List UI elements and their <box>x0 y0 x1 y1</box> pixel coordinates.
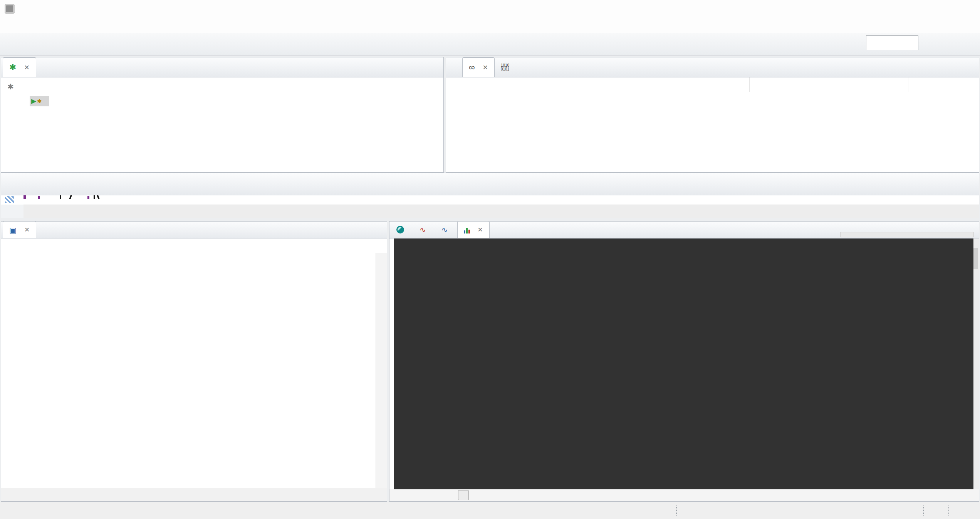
console-hscrollbar[interactable] <box>1 488 387 501</box>
debug-tree-item-project[interactable]: ✱ <box>4 82 17 91</box>
close-icon[interactable]: ✕ <box>483 64 488 72</box>
tab-expressions[interactable]: ∞ ✕ <box>462 57 495 77</box>
close-icon[interactable]: ✕ <box>24 226 30 234</box>
expressions-header-row <box>446 77 979 92</box>
statusbar-handle <box>923 506 925 516</box>
title-bar <box>0 0 980 18</box>
current-chart-icon: ∿ <box>441 225 448 234</box>
column-header-type[interactable] <box>597 77 749 92</box>
close-icon[interactable]: ✕ <box>478 226 483 234</box>
code-fragment <box>60 195 61 199</box>
tab-console[interactable]: ▣ ✕ <box>3 221 36 238</box>
statusbar-handle <box>676 506 678 516</box>
tab-variables[interactable] <box>447 57 462 77</box>
statusbar-handle <box>948 506 951 516</box>
chart-footer <box>389 489 979 501</box>
menu-bar <box>0 18 980 33</box>
console-vscrollbar[interactable] <box>376 253 387 488</box>
debug-tree-item-core[interactable]: ▶ ✱ <box>30 96 49 106</box>
energy-chart-icon: ∿ <box>420 225 426 234</box>
app-logo-icon <box>5 4 15 14</box>
tab-debug[interactable]: ✱ ✕ <box>3 57 36 77</box>
column-header-address[interactable] <box>908 77 979 92</box>
project-icon: ✱ <box>7 82 14 91</box>
energytrace-panel: ∿ ∿ ✕ <box>389 221 979 502</box>
registers-icon: 10100101 <box>501 64 514 71</box>
code-fragment <box>38 196 40 199</box>
editor-hscrollbar[interactable] <box>23 205 979 218</box>
debug-panel: ✱ ✕ ✱ ▶ ✱ <box>1 57 444 173</box>
column-header-value[interactable] <box>749 77 908 92</box>
tab-registers[interactable]: 10100101 <box>495 57 523 77</box>
console-icon: ▣ <box>9 225 17 235</box>
running-icon: ▶ <box>31 97 36 105</box>
scroll-thumb[interactable] <box>973 248 978 269</box>
close-icon[interactable]: ✕ <box>24 64 29 72</box>
editor-margin-marker <box>5 196 14 203</box>
column-header-expression[interactable] <box>446 77 597 92</box>
status-bar <box>0 502 980 519</box>
tab-current[interactable]: ∿ <box>435 221 457 238</box>
states-chart-icon <box>464 227 470 233</box>
console-output[interactable] <box>1 253 376 488</box>
editor-area <box>1 173 979 218</box>
code-fragment <box>87 196 89 199</box>
bug-icon: ✱ <box>9 62 16 72</box>
gear-icon: ✱ <box>37 98 42 105</box>
glasses-icon: ∞ <box>469 62 475 72</box>
tab-energy[interactable]: ∿ <box>413 221 435 238</box>
tab-energytrace-technology[interactable] <box>390 221 413 238</box>
code-fragment <box>97 195 100 199</box>
code-fragment <box>23 195 26 199</box>
code-fragment <box>94 195 95 199</box>
tab-states[interactable]: ✕ <box>457 221 490 238</box>
chart-top-scrollbar[interactable] <box>840 232 974 237</box>
code-fragment <box>69 195 72 199</box>
console-panel: ▣ ✕ <box>1 221 387 502</box>
quick-access-box[interactable] <box>866 35 918 50</box>
energytrace-icon <box>396 226 404 233</box>
help-button[interactable] <box>458 490 469 500</box>
console-title <box>1 239 387 253</box>
states-chart[interactable] <box>394 239 973 489</box>
expressions-panel: ∞ ✕ 10100101 <box>446 57 979 173</box>
main-toolbar <box>0 33 980 55</box>
